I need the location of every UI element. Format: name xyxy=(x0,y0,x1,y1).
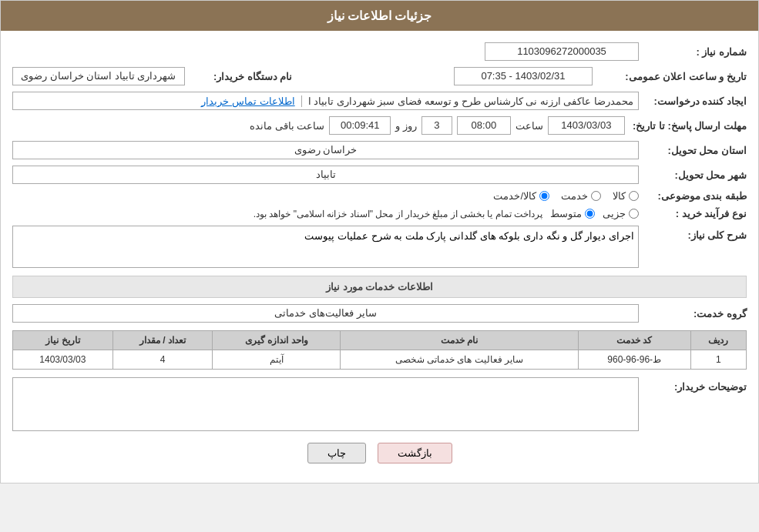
category-kala-option[interactable]: کالا xyxy=(613,190,639,202)
print-button[interactable]: چاپ xyxy=(307,443,366,463)
description-label: شرح کلی نیاز: xyxy=(639,226,747,241)
deadline-date-value: 1403/03/03 xyxy=(548,116,625,135)
process-jozii-option[interactable]: جزیی xyxy=(603,208,639,219)
service-group-value: سایر فعالیت‌های خدماتی xyxy=(12,304,639,323)
col-name: نام خدمت xyxy=(341,331,578,350)
announce-label: تاریخ و ساعت اعلان عمومی: xyxy=(593,71,747,82)
col-date: تاریخ نیاز xyxy=(13,331,113,350)
city-label: شهر محل تحویل: xyxy=(639,169,747,181)
buyer-notes-textarea[interactable] xyxy=(12,377,639,431)
service-group-label: گروه خدمت: xyxy=(639,308,747,320)
back-button[interactable]: بازگشت xyxy=(378,443,452,463)
category-khedmat-option[interactable]: خدمت xyxy=(561,190,601,202)
deadline-days-value: 3 xyxy=(421,116,452,135)
process-note: پرداخت تمام یا بخشی از مبلغ خریدار از مح… xyxy=(254,209,542,219)
button-row: بازگشت چاپ xyxy=(12,443,747,463)
requester-name: محمدرضا عاکفی ارزنه نی کارشناس طرح و توس… xyxy=(308,95,633,107)
province-value: خراسان رضوی xyxy=(12,141,639,159)
category-kala-khedmat-option[interactable]: کالا/خدمت xyxy=(493,190,549,202)
deadline-label: مهلت ارسال پاسخ: تا تاریخ: xyxy=(625,120,747,132)
city-value: تابیاد xyxy=(12,166,639,184)
deadline-time-value: 08:00 xyxy=(457,116,511,135)
page-header: جزئیات اطلاعات نیاز xyxy=(1,1,758,31)
table-row: 1ط-96-96-960سایر فعالیت های خدماتی شخصیآ… xyxy=(13,350,747,370)
services-table: ردیف کد خدمت نام خدمت واحد اندازه گیری ت… xyxy=(12,330,747,370)
buyer-org-value: شهرداری تابیاد استان خراسان رضوی xyxy=(12,67,185,85)
services-section-title: اطلاعات خدمات مورد نیاز xyxy=(12,276,747,298)
col-quantity: تعداد / مقدار xyxy=(113,331,213,350)
process-type-row: جزیی متوسط پرداخت تمام یا بخشی از مبلغ خ… xyxy=(12,208,639,219)
process-motevaset-option[interactable]: متوسط xyxy=(550,208,595,219)
province-label: استان محل تحویل: xyxy=(639,145,747,156)
page-title: جزئیات اطلاعات نیاز xyxy=(327,9,432,22)
announce-date-value: 1403/02/31 - 07:35 xyxy=(454,67,593,85)
process-label: نوع فرآیند خرید : xyxy=(639,208,747,219)
days-label: روز و xyxy=(395,120,417,132)
deadline-remaining-value: 00:09:41 xyxy=(329,116,391,135)
category-radio-group: کالا خدمت کالا/خدمت xyxy=(12,190,639,202)
requester-label: ایجاد کننده درخواست: xyxy=(639,95,747,107)
need-number-label: شماره نیاز : xyxy=(639,46,747,58)
remaining-label: ساعت باقی مانده xyxy=(250,120,324,132)
col-unit: واحد اندازه گیری xyxy=(213,331,341,350)
requester-contact-link[interactable]: اطلاعات تماس خریدار xyxy=(201,95,294,107)
need-number-value: 1103096272000035 xyxy=(485,42,639,61)
col-code: کد خدمت xyxy=(578,331,690,350)
description-textarea[interactable] xyxy=(12,226,639,268)
col-row: ردیف xyxy=(690,331,746,350)
category-label: طبقه بندی موضوعی: xyxy=(639,190,747,202)
buyer-org-label: نام دستگاه خریدار: xyxy=(185,71,293,82)
time-label: ساعت xyxy=(516,120,543,132)
buyer-notes-label: توضیحات خریدار: xyxy=(639,377,747,393)
